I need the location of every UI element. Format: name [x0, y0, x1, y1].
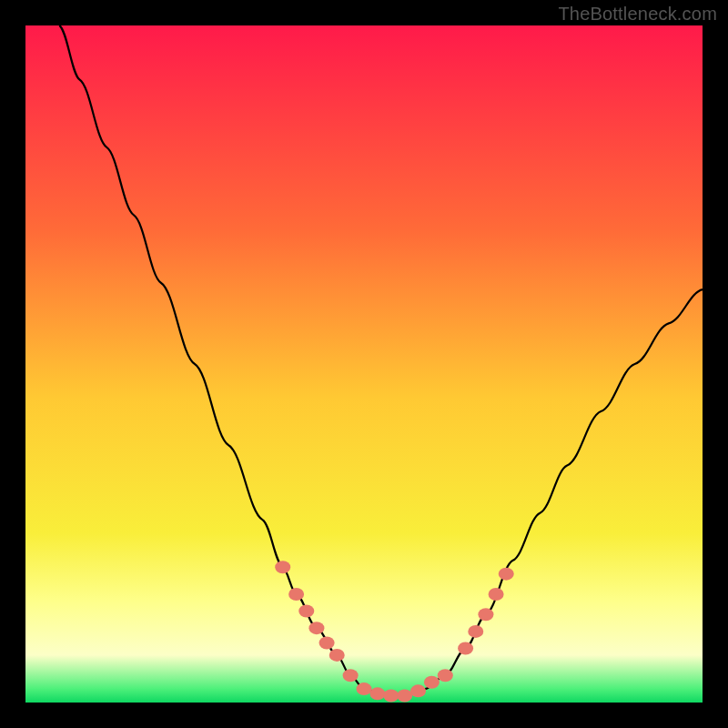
highlight-marker [298, 605, 314, 618]
highlight-marker [438, 669, 453, 682]
highlight-marker [343, 669, 359, 682]
highlight-marker [458, 642, 473, 654]
chart-container: TheBottleneck.com [0, 0, 728, 728]
watermark-text: TheBottleneck.com [558, 4, 717, 25]
highlight-marker [478, 608, 493, 621]
highlight-marker [489, 588, 504, 601]
highlight-marker [468, 625, 483, 638]
highlight-marker [308, 622, 324, 634]
highlight-marker [369, 687, 385, 700]
highlight-marker [499, 568, 514, 581]
highlight-marker [397, 690, 412, 703]
highlight-marker [383, 690, 399, 703]
highlight-marker [410, 684, 426, 697]
highlight-marker [329, 649, 345, 662]
plot-area [25, 25, 703, 703]
highlight-marker [424, 676, 440, 689]
highlight-marker [319, 637, 335, 650]
highlight-marker [357, 682, 372, 695]
bottleneck-chart [0, 0, 728, 728]
highlight-marker [275, 561, 290, 573]
highlight-marker [288, 588, 304, 601]
